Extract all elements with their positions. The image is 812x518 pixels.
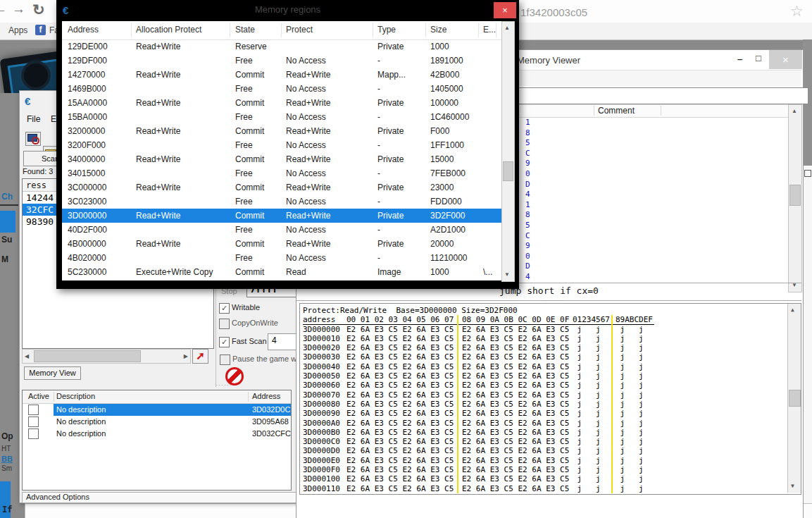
select-process-button[interactable] — [25, 132, 41, 146]
hex-row[interactable]: 3D000060E2 6A E3 C5 E2 6A E3 C5E2 6A E3 … — [303, 381, 801, 390]
back-icon[interactable]: ← — [0, 1, 7, 17]
hex-scroll-thumb[interactable] — [789, 390, 801, 407]
memory-region-row[interactable]: 3C023000FreeNo Access-FDD000 — [62, 195, 501, 209]
region-col-state[interactable]: State — [235, 25, 255, 35]
hex-row[interactable]: 3D000010E2 6A E3 C5 E2 6A E3 C5E2 6A E3 … — [303, 334, 801, 343]
memory-region-row[interactable]: 129DF000FreeNo Access-1891000 — [62, 54, 501, 68]
disasm-address-fragment[interactable]: 8 — [525, 210, 534, 221]
col-active[interactable]: Active — [28, 392, 49, 400]
scroll-right-icon[interactable]: ▶ — [184, 352, 188, 362]
cheat-table-row[interactable]: No description3D032D0C — [23, 404, 291, 416]
disasm-address-fragment[interactable]: 4 — [525, 272, 534, 283]
region-col-size[interactable]: Size — [430, 25, 446, 35]
add-address-button[interactable]: ➚ — [192, 349, 208, 364]
hex-row[interactable]: 3D000090E2 6A E3 C5 E2 6A E3 C5E2 6A E3 … — [303, 409, 801, 418]
region-col-address[interactable]: Address — [68, 25, 99, 35]
no-entry-icon[interactable] — [225, 367, 244, 386]
disassembly-list[interactable]: 185C90D4185C90D4 — [525, 118, 534, 283]
col-address[interactable]: Address — [252, 392, 280, 400]
disasm-address-fragment[interactable]: 4 — [525, 190, 534, 200]
scroll-up-icon[interactable]: ▲ — [791, 305, 794, 315]
memory-region-row[interactable]: 40D2F000FreeNo Access-A2D1000 — [62, 223, 501, 237]
copyonwrite-checkbox[interactable] — [219, 319, 230, 329]
hex-row[interactable]: 3D000100E2 6A E3 C5 E2 6A E3 C5E2 6A E3 … — [303, 474, 801, 483]
hex-row[interactable]: 3D0000B0E2 6A E3 C5 E2 6A E3 C5E2 6A E3 … — [303, 428, 801, 437]
hex-row[interactable]: 3D000030E2 6A E3 C5 E2 6A E3 C5E2 6A E3 … — [303, 352, 801, 362]
hex-vscrollbar[interactable]: ▲ ▼ — [787, 304, 801, 493]
comment-column-header[interactable]: Comment — [598, 106, 635, 116]
disasm-address-fragment[interactable]: 1 — [525, 200, 534, 211]
regions-vscrollbar[interactable]: ▲ ▼ — [501, 21, 515, 282]
hex-row[interactable]: 3D0000F0E2 6A E3 C5 E2 6A E3 C5E2 6A E3 … — [303, 465, 801, 474]
scroll-up-icon[interactable]: ▲ — [504, 23, 510, 33]
disasm-address-fragment[interactable]: 1 — [525, 118, 534, 128]
hex-row[interactable]: 3D000050E2 6A E3 C5 E2 6A E3 C5E2 6A E3 … — [303, 371, 801, 381]
hex-view[interactable]: Protect:Read/Write Base=3D000000 Size=3D… — [299, 303, 801, 495]
bookmark-star-icon[interactable]: ☆ — [790, 3, 804, 20]
memory-region-row[interactable]: 3200F000FreeNo Access-1FF1000 — [62, 138, 501, 152]
hex-row[interactable]: 3D000020E2 6A E3 C5 E2 6A E3 C5E2 6A E3 … — [303, 343, 801, 352]
disasm-address-fragment[interactable]: 5 — [525, 138, 534, 149]
disasm-address-fragment[interactable]: D — [525, 261, 534, 272]
memory-region-row[interactable]: 32000000Read+WriteCommitRead+WritePrivat… — [62, 124, 501, 138]
memory-region-row[interactable]: 1469B000FreeNo Access-1405000 — [62, 82, 501, 96]
memory-region-row[interactable]: 15AA0000Read+WriteCommitRead+WritePrivat… — [62, 96, 501, 110]
menu-file[interactable]: File — [27, 114, 40, 124]
hscroll-thumb[interactable] — [34, 350, 141, 362]
disasm-address-fragment[interactable]: 0 — [525, 169, 534, 180]
memory-region-row[interactable]: 4B020000FreeNo Access-11210000 — [62, 251, 501, 265]
hex-row[interactable]: 3D0000D0E2 6A E3 C5 E2 6A E3 C5E2 6A E3 … — [303, 446, 801, 455]
page-fragment-ch[interactable]: Ch — [1, 192, 13, 202]
close-icon[interactable]: × — [769, 50, 802, 69]
disasm-address-fragment[interactable]: 5 — [525, 221, 534, 231]
close-icon[interactable]: × — [494, 2, 516, 18]
memory-region-row[interactable]: 5C230000Execute+Write CopyCommitReadImag… — [62, 265, 501, 279]
pause-game-checkbox[interactable] — [220, 354, 230, 365]
fastscan-checkbox[interactable]: ✓ — [219, 337, 230, 347]
memory-region-row[interactable]: 14270000Read+WriteCommitRead+WriteMapp..… — [62, 68, 501, 82]
region-col-allocation_protect[interactable]: Allocation Protect — [136, 25, 201, 35]
disasm-address-fragment[interactable]: C — [525, 231, 534, 242]
reload-icon[interactable]: ↻ — [32, 1, 45, 18]
active-checkbox[interactable] — [28, 417, 39, 427]
hex-row[interactable]: 3D0000A0E2 6A E3 C5 E2 6A E3 C5E2 6A E3 … — [303, 419, 801, 428]
disasm-address-fragment[interactable]: 0 — [525, 252, 534, 262]
disasm-address-fragment[interactable]: 9 — [525, 159, 534, 169]
facebook-icon[interactable]: f — [35, 25, 46, 35]
cheat-table-row[interactable]: No description3D095A68 — [23, 416, 291, 428]
region-col-extra[interactable]: E... — [483, 25, 496, 35]
memory-region-row[interactable]: 3C000000Read+WriteCommitRead+WritePrivat… — [62, 180, 501, 195]
hex-row[interactable]: 3D000040E2 6A E3 C5 E2 6A E3 C5E2 6A E3 … — [303, 362, 801, 371]
writable-checkbox[interactable]: ✓ — [219, 303, 230, 314]
memory-region-row[interactable]: 34000000Read+WriteCommitRead+WritePrivat… — [62, 152, 501, 166]
memory-region-row[interactable]: 4B000000Read+WriteCommitRead+WritePrivat… — [62, 237, 501, 251]
page-fragment-bb-link[interactable]: BB — [1, 455, 13, 463]
disasm-address-fragment[interactable]: D — [525, 180, 534, 190]
advanced-options-button[interactable]: Advanced Options — [26, 493, 89, 501]
disasm-address-fragment[interactable]: C — [525, 149, 534, 159]
hex-row[interactable]: 3D0000E0E2 6A E3 C5 E2 6A E3 C5E2 6A E3 … — [303, 456, 801, 465]
regions-scroll-thumb[interactable] — [503, 161, 513, 181]
maximize-icon[interactable]: □ — [756, 53, 761, 63]
hex-row[interactable]: 3D000110E2 6A E3 C5 E2 6A E3 C5E2 6A E3 … — [303, 484, 801, 493]
disasm-address-fragment[interactable]: 8 — [525, 128, 534, 139]
memory-region-row[interactable]: 34015000FreeNo Access-7FEB000 — [62, 166, 501, 180]
region-col-type[interactable]: Type — [377, 25, 396, 35]
hex-row[interactable]: 3D0000C0E2 6A E3 C5 E2 6A E3 C5E2 6A E3 … — [303, 437, 801, 446]
hex-row[interactable]: 3D000000E2 6A E3 C5 E2 6A E3 C5E2 6A E3 … — [303, 325, 801, 334]
active-checkbox[interactable] — [28, 428, 39, 439]
memory-view-button[interactable]: Memory View — [24, 366, 81, 380]
disasm-vscrollbar[interactable]: ▲ ▼ — [788, 104, 802, 292]
region-col-protect[interactable]: Protect — [286, 25, 313, 35]
url-text[interactable]: 1f3420003c05 — [520, 6, 587, 18]
scroll-left-icon[interactable]: ◀ — [25, 352, 29, 362]
found-list-hscrollbar[interactable]: ◀ ▶ — [22, 349, 191, 364]
menu-edit[interactable]: E — [51, 114, 56, 124]
scroll-up-icon[interactable]: ▲ — [792, 106, 797, 116]
memory-region-row[interactable]: 3D000000Read+WriteCommitRead+WritePrivat… — [62, 209, 501, 223]
memory-region-row[interactable]: 129DE000Read+WriteReservePrivate1000 — [62, 39, 501, 54]
disasm-scroll-thumb[interactable] — [789, 185, 801, 206]
hex-row[interactable]: 3D000080E2 6A E3 C5 E2 6A E3 C5E2 6A E3 … — [303, 400, 801, 409]
minimize-icon[interactable]: – — [737, 54, 742, 64]
hex-row[interactable]: 3D000070E2 6A E3 C5 E2 6A E3 C5E2 6A E3 … — [303, 390, 801, 400]
